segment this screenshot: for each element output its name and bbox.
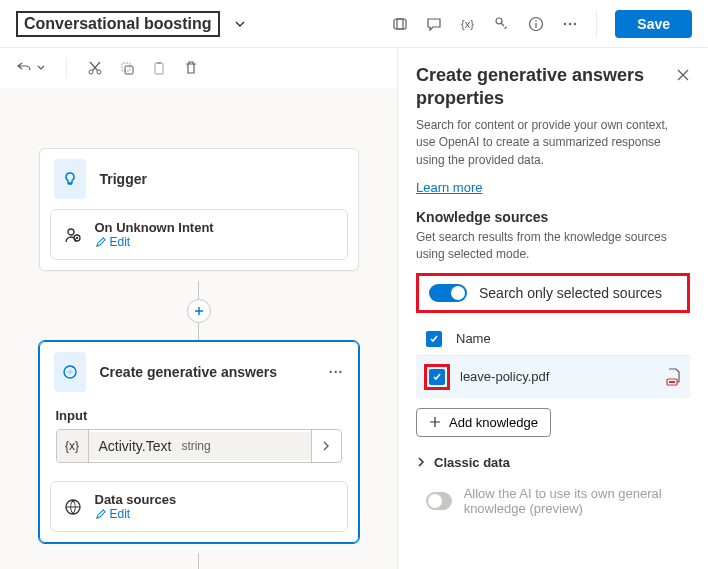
- copilot-icon[interactable]: [392, 16, 408, 32]
- more-icon[interactable]: [562, 16, 578, 32]
- chevron-right-icon: [416, 457, 426, 467]
- svg-rect-13: [125, 66, 133, 74]
- undo-button[interactable]: [16, 60, 46, 76]
- svg-rect-0: [394, 19, 406, 29]
- node-more-button[interactable]: ···: [329, 364, 344, 380]
- knowledge-source-row[interactable]: leave-policy.pdf: [416, 356, 690, 398]
- knowledge-sources-sub: Get search results from the knowledge so…: [416, 229, 690, 263]
- input-label: Input: [56, 408, 342, 423]
- add-knowledge-button[interactable]: Add knowledge: [416, 408, 551, 437]
- generative-answers-node[interactable]: Create generative answers ··· Input {x} …: [39, 341, 359, 543]
- trigger-title: Trigger: [100, 171, 147, 187]
- svg-rect-15: [157, 62, 161, 64]
- comment-icon[interactable]: [426, 16, 442, 32]
- trigger-node[interactable]: Trigger On Unknown Intent Edit: [39, 148, 359, 271]
- svg-point-5: [535, 20, 537, 22]
- analytics-icon[interactable]: [494, 16, 510, 32]
- svg-point-11: [97, 70, 101, 74]
- info-icon[interactable]: [528, 16, 544, 32]
- svg-point-9: [574, 22, 576, 24]
- globe-icon: [63, 497, 83, 517]
- add-node-button[interactable]: [187, 299, 211, 323]
- allow-ai-label: Allow the AI to use its own general know…: [464, 486, 680, 516]
- toggle-label: Search only selected sources: [479, 285, 662, 301]
- delete-icon[interactable]: [183, 60, 199, 76]
- sparkle-icon: [54, 352, 86, 392]
- input-type: string: [181, 439, 210, 453]
- gen-title: Create generative answers: [100, 364, 277, 380]
- trigger-inner-title: On Unknown Intent: [95, 220, 214, 235]
- classic-data-expander[interactable]: Classic data: [416, 455, 690, 470]
- knowledge-sources-heading: Knowledge sources: [416, 209, 690, 225]
- chevron-right-icon[interactable]: [311, 430, 341, 462]
- data-sources-title: Data sources: [95, 492, 177, 507]
- input-field[interactable]: {x} Activity.Text string: [56, 429, 342, 463]
- source-checkbox[interactable]: [429, 369, 445, 385]
- learn-more-link[interactable]: Learn more: [416, 180, 482, 195]
- person-icon: [63, 225, 83, 245]
- save-button[interactable]: Save: [615, 10, 692, 38]
- divider: [66, 58, 67, 78]
- variable-icon[interactable]: {x}: [460, 16, 476, 32]
- copy-icon[interactable]: [119, 60, 135, 76]
- select-all-checkbox[interactable]: [426, 331, 442, 347]
- paste-icon[interactable]: [151, 60, 167, 76]
- close-icon[interactable]: [676, 68, 690, 82]
- pdf-file-icon: [666, 368, 682, 386]
- source-filename: leave-policy.pdf: [460, 369, 549, 384]
- panel-description: Search for content or provide your own c…: [416, 117, 690, 169]
- plus-icon: [429, 416, 441, 428]
- panel-title: Create generative answers properties: [416, 64, 676, 109]
- svg-rect-12: [122, 63, 130, 71]
- svg-rect-14: [155, 63, 163, 74]
- connector-line: [198, 323, 199, 341]
- pencil-icon: [95, 509, 106, 520]
- svg-rect-21: [669, 381, 675, 383]
- svg-point-10: [89, 70, 93, 74]
- svg-point-16: [68, 229, 74, 235]
- cut-icon[interactable]: [87, 60, 103, 76]
- input-variable: Activity.Text: [99, 438, 172, 454]
- allow-ai-toggle: [426, 492, 452, 510]
- variable-icon: {x}: [57, 430, 89, 462]
- svg-rect-6: [536, 23, 537, 28]
- edit-link[interactable]: Edit: [95, 507, 177, 521]
- properties-panel: Create generative answers properties Sea…: [398, 48, 708, 569]
- connector-line: [198, 553, 199, 569]
- search-selected-toggle[interactable]: [429, 284, 467, 302]
- svg-point-8: [569, 22, 571, 24]
- topic-title[interactable]: Conversational boosting: [16, 11, 220, 37]
- column-name: Name: [456, 331, 491, 346]
- bulb-icon: [54, 159, 86, 199]
- svg-point-7: [564, 22, 566, 24]
- svg-rect-1: [397, 19, 403, 29]
- divider: [596, 10, 597, 38]
- connector-line: [198, 281, 199, 299]
- edit-link[interactable]: Edit: [95, 235, 214, 249]
- svg-text:{x}: {x}: [461, 18, 474, 30]
- pencil-icon: [95, 237, 106, 248]
- chevron-down-icon[interactable]: [234, 18, 246, 30]
